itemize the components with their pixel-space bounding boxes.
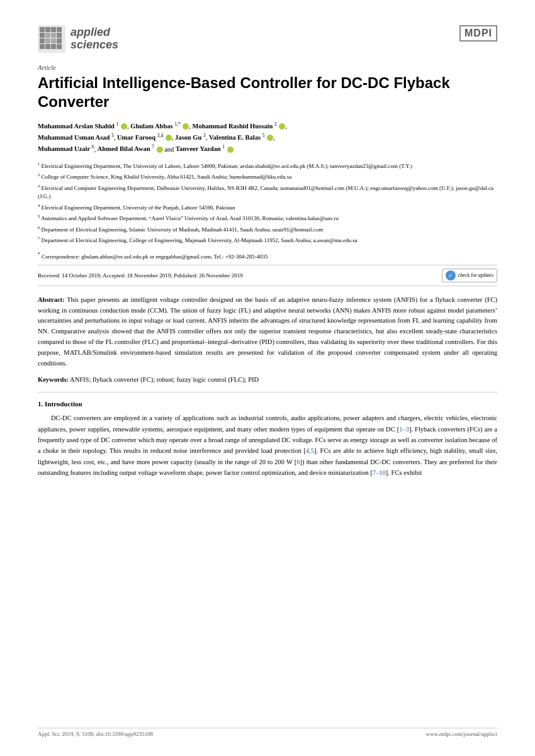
orcid-icon-3 [279,123,285,130]
author-uzair: Muhammad Uzair 6 [38,145,94,152]
affiliation-4: 4 Electrical Engineering Department, Uni… [38,203,497,213]
orcid-icon-7 [227,147,234,153]
svg-rect-10 [45,38,50,43]
footer-doi: Appl. Sci. 2019, 9, 5108; doi:10.3390/ap… [38,731,153,737]
svg-rect-9 [40,38,45,43]
page-header: applied sciences MDPI [38,25,497,53]
authors-and: and [164,145,176,152]
ref-7-10: 7–10 [373,469,386,476]
affiliations-list: 1 Electrical Engineering Department, The… [38,161,497,245]
section-1-title: 1. Introduction [38,400,497,408]
author-shahid: Muhammad Arslan Shahid 1 [38,123,127,130]
affiliation-2: 2 College of Computer Science, King Khal… [38,172,497,182]
svg-rect-8 [57,33,62,38]
page-footer: Appl. Sci. 2019, 9, 5108; doi:10.3390/ap… [38,728,497,737]
check-updates-badge: ✓ check for updates [442,269,497,282]
svg-rect-16 [57,44,62,49]
svg-rect-1 [40,27,45,32]
svg-rect-6 [45,33,50,38]
orcid-icon-4 [166,135,172,141]
affiliation-1: 1 Electrical Engineering Department, The… [38,161,497,171]
article-title: Artificial Intelligence-Based Controller… [38,74,497,111]
section-1-number: 1. [38,400,43,408]
received-line: Received: 14 October 2019; Accepted: 18 … [38,265,497,286]
footer-url: www.mdpi.com/journal/applsci [426,731,497,737]
section-1-body: DC-DC converters are employed in a varie… [38,413,497,478]
svg-rect-14 [45,44,50,49]
keywords-text: ANFIS; flyback converter (FC); robust; f… [69,376,259,383]
logo-applied: applied [70,26,118,39]
svg-rect-13 [40,44,45,49]
author-gu: Jason Gu 3 [175,134,206,141]
author-farooq: Umar Farooq 3,4 [117,134,172,141]
journal-name: applied sciences [70,26,118,52]
ref-1-3: 1–3 [399,426,409,433]
affiliation-6: 6 Department of Electrical Engineering, … [38,225,497,235]
mdpi-logo: MDPI [459,25,497,42]
authors-list: Muhammad Arslan Shahid 1 , Ghulam Abbas … [38,120,497,155]
svg-rect-3 [51,27,56,32]
section-divider [38,392,497,392]
ref-6: 6 [296,459,300,465]
keywords-label: Keywords: [38,376,69,383]
ref-4-5: 4,5 [306,447,314,454]
affiliation-5: 5 Automatics and Applied Software Depart… [38,213,497,223]
abstract-label: Abstract: [38,296,65,303]
author-asad: Muhammad Usman Asad 3 [38,134,114,141]
author-hussain: Mohammad Rashid Hussain 2 [193,123,286,130]
author-yazdan: Tanveer Yazdan 1 [176,145,234,152]
author-awan: Ahmed Bilal Awan 7 [98,145,163,152]
orcid-icon-6 [157,147,163,153]
svg-rect-2 [45,27,50,32]
keywords-section: Keywords: ANFIS; flyback converter (FC);… [38,376,497,383]
abstract-text: This paper presents an intelligent volta… [38,296,497,367]
svg-rect-11 [51,38,56,43]
section-1-para-1: DC-DC converters are employed in a varie… [38,413,497,478]
svg-rect-12 [57,38,62,43]
check-updates-label: check for updates [458,272,493,278]
svg-rect-7 [51,33,56,38]
journal-logo: applied sciences [38,25,118,53]
orcid-icon-2 [183,123,189,130]
section-1: 1. Introduction DC-DC converters are emp… [38,400,497,478]
received-dates: Received: 14 October 2019; Accepted: 18 … [38,272,243,279]
correspondence-line: * Correspondence: ghulam.abbas@ee.uol.ed… [38,252,497,260]
section-1-heading: Introduction [45,400,82,408]
svg-rect-4 [57,27,62,32]
abstract-section: Abstract: This paper presents an intelli… [38,295,497,369]
orcid-icon-5 [267,135,273,141]
svg-rect-5 [40,33,45,38]
author-balas: Valentina E. Balas 5 [209,134,273,141]
journal-logo-icon [38,25,65,53]
logo-sciences: sciences [70,39,118,52]
affiliation-7: 7 Department of Electrical Engineering, … [38,235,497,245]
orcid-icon [121,123,127,130]
author-abbas: Ghulam Abbas 1,* [130,123,189,130]
affiliation-3: 3 Electrical and Computer Engineering De… [38,183,497,201]
check-updates-icon: ✓ [446,270,456,281]
article-type: Article [38,64,497,71]
svg-rect-15 [51,44,56,49]
